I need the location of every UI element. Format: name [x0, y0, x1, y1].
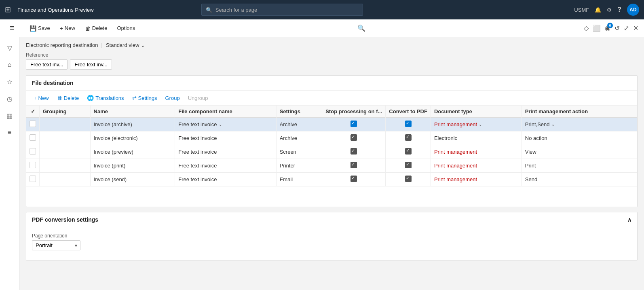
sidebar-home-icon[interactable]: ⌂: [2, 57, 17, 72]
row-stop-processing[interactable]: [322, 118, 386, 131]
row-stop-checkbox[interactable]: [351, 162, 357, 168]
hamburger-menu-button[interactable]: ☰: [6, 23, 19, 33]
row-pdf-checkbox[interactable]: [405, 162, 412, 168]
content-area: Electronic reporting destination | Stand…: [19, 37, 644, 290]
row-name: Invoice (electronic): [90, 131, 175, 145]
col-header-stop-processing: Stop processing on f...: [322, 106, 386, 118]
save-button[interactable]: 💾 Save: [25, 23, 54, 34]
table-row: Invoice (archive)Free text invoice⌄Archi…: [26, 118, 637, 131]
row-checkbox-cell[interactable]: [26, 118, 40, 131]
row-stop-processing[interactable]: [322, 159, 386, 173]
fd-translations-button[interactable]: 🌐 Translations: [84, 93, 127, 103]
row-convert-pdf[interactable]: [386, 145, 431, 159]
sidebar-recent-icon[interactable]: ◷: [2, 91, 17, 106]
row-convert-pdf[interactable]: [386, 118, 431, 131]
row-grouping: [40, 173, 91, 186]
row-stop-processing[interactable]: [322, 131, 386, 145]
new-label: New: [65, 25, 75, 31]
toolbar-search-icon[interactable]: 🔍: [357, 24, 365, 32]
fd-settings-button[interactable]: ⇄ Settings: [129, 93, 160, 103]
row-stop-checkbox[interactable]: [351, 134, 357, 141]
row-file-component-dropdown[interactable]: Free text invoice⌄: [178, 121, 272, 127]
row-name: Invoice (print): [90, 159, 175, 173]
company-label: USMF: [574, 7, 589, 13]
delete-icon: 🗑: [85, 25, 91, 32]
badge-icon[interactable]: ◉ 0: [605, 24, 610, 32]
row-convert-pdf[interactable]: [386, 159, 431, 173]
row-grouping: [40, 118, 91, 131]
layout-icon[interactable]: ⬜: [593, 24, 601, 32]
help-icon[interactable]: ?: [617, 6, 621, 13]
sidebar-favorites-icon[interactable]: ☆: [2, 74, 17, 89]
ref-button-1[interactable]: Free text inv...: [26, 59, 68, 70]
sidebar-workspace-icon[interactable]: ▦: [2, 108, 17, 123]
search-placeholder: Search for a page: [215, 7, 257, 13]
ref-button-2[interactable]: Free text inv...: [70, 59, 112, 70]
main-layout: ▽ ⌂ ☆ ◷ ▦ ≡ Electronic reporting destina…: [0, 37, 644, 290]
sidebar-filter-icon[interactable]: ▽: [2, 40, 17, 55]
row-doc-type-dropdown[interactable]: Print management⌄: [434, 121, 518, 127]
row-stop-checkbox[interactable]: [351, 148, 357, 155]
row-settings: Printer: [276, 159, 322, 173]
row-name: Invoice (preview): [90, 145, 175, 159]
row-stop-processing[interactable]: [322, 173, 386, 186]
bell-icon[interactable]: 🔔: [595, 7, 601, 13]
row-name: Invoice (send): [90, 173, 175, 186]
row-document-type: Print management⌄: [431, 118, 522, 131]
new-button[interactable]: + New: [56, 23, 79, 34]
pdf-collapse-icon[interactable]: ∧: [627, 216, 631, 223]
row-pdf-checkbox[interactable]: [405, 176, 412, 182]
expand-icon[interactable]: ⤢: [624, 24, 629, 32]
orientation-label: Page orientation: [32, 233, 631, 239]
row-print-action: Send: [522, 173, 637, 186]
fd-group-button[interactable]: Group: [162, 93, 183, 103]
row-file-component: Free text invoice: [175, 145, 276, 159]
row-checkbox-cell[interactable]: [26, 159, 40, 173]
sidebar-list-icon[interactable]: ≡: [2, 125, 17, 140]
app-grid-icon[interactable]: ⊞: [5, 5, 11, 14]
fd-new-button[interactable]: + New: [30, 93, 52, 103]
row-checkbox[interactable]: [30, 176, 36, 182]
pdf-body: Page orientation Portrait Landscape: [26, 227, 637, 260]
row-pdf-checkbox[interactable]: [405, 134, 412, 141]
view-selector[interactable]: Standard view ⌄: [106, 42, 145, 48]
row-stop-checkbox[interactable]: [351, 121, 357, 127]
diamond-icon[interactable]: ◇: [584, 24, 589, 32]
close-icon[interactable]: ✕: [633, 24, 638, 32]
row-print-action-dropdown[interactable]: Print,Send⌄: [525, 121, 634, 127]
row-convert-pdf[interactable]: [386, 173, 431, 186]
fd-delete-button[interactable]: 🗑 Delete: [54, 93, 82, 103]
row-grouping: [40, 145, 91, 159]
search-icon: 🔍: [206, 7, 212, 13]
row-pdf-checkbox[interactable]: [405, 148, 412, 155]
orientation-field: Page orientation Portrait Landscape: [32, 233, 631, 250]
row-checkbox[interactable]: [30, 121, 36, 127]
orientation-select[interactable]: Portrait Landscape: [32, 240, 80, 250]
row-checkbox-cell[interactable]: [26, 173, 40, 186]
right-icons: USMF 🔔 ⚙ ? AD: [574, 4, 639, 16]
gear-icon[interactable]: ⚙: [607, 7, 612, 13]
row-checkbox-cell[interactable]: [26, 131, 40, 145]
options-button[interactable]: Options: [113, 23, 139, 33]
row-convert-pdf[interactable]: [386, 131, 431, 145]
row-checkbox[interactable]: [30, 134, 36, 141]
row-stop-checkbox[interactable]: [351, 176, 357, 182]
view-chevron-icon: ⌄: [141, 42, 145, 48]
fd-ungroup-button[interactable]: Ungroup: [185, 93, 211, 103]
fd-settings-icon: ⇄: [132, 95, 137, 101]
refresh-icon[interactable]: ↺: [614, 24, 620, 32]
row-print-action: No action: [522, 131, 637, 145]
row-stop-processing[interactable]: [322, 145, 386, 159]
row-document-type: Print management: [431, 173, 522, 186]
row-checkbox[interactable]: [30, 148, 36, 155]
fd-new-label: New: [38, 95, 49, 101]
user-avatar[interactable]: AD: [627, 4, 639, 16]
row-pdf-checkbox[interactable]: [405, 121, 412, 127]
file-destination-title: File destination: [32, 80, 74, 86]
search-box[interactable]: 🔍 Search for a page: [201, 4, 363, 16]
row-checkbox-cell[interactable]: [26, 145, 40, 159]
delete-button[interactable]: 🗑 Delete: [81, 23, 112, 34]
row-doc-type-text: Print management: [434, 121, 477, 127]
delete-label: Delete: [92, 25, 108, 31]
row-checkbox[interactable]: [30, 162, 36, 168]
